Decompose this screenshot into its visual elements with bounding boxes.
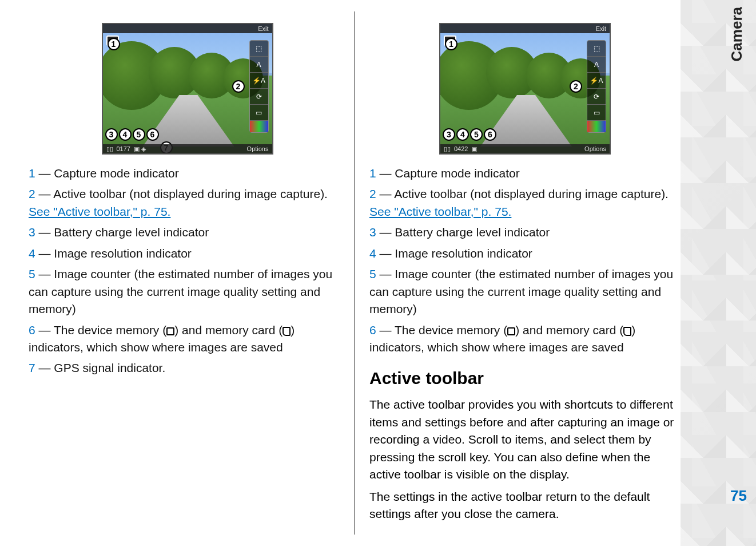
- legend-item: 3 — Battery charge level indicator: [369, 224, 681, 241]
- callout-badge: 1: [108, 38, 120, 50]
- callout-badge: 4: [456, 128, 469, 141]
- legend-item: 4 — Image resolution indicator: [369, 245, 681, 262]
- image-counter: 0177: [117, 145, 130, 152]
- toolbar-item: ⟳: [250, 89, 268, 105]
- legend-item: 4 — Image resolution indicator: [29, 245, 346, 262]
- toolbar-item: ⟳: [587, 89, 606, 105]
- toolbar-item: A: [250, 57, 268, 73]
- callout-badge: 3: [105, 128, 118, 141]
- active-toolbar-link[interactable]: See "Active toolbar," p. 75.: [29, 205, 170, 218]
- image-counter: 0422: [454, 145, 468, 152]
- callout-badge: 6: [484, 128, 496, 141]
- callout-badge: 6: [146, 128, 159, 141]
- active-toolbar: ⬚ A ⚡A ⟳ ▭: [249, 40, 269, 133]
- legend-item: 1 — Capture mode indicator: [29, 165, 346, 182]
- active-toolbar: ⬚ A ⚡A ⟳ ▭: [587, 40, 606, 133]
- memory-card-icon: [623, 327, 631, 336]
- options-label: Options: [247, 145, 269, 152]
- toolbar-item: ▭: [587, 105, 606, 121]
- legend-item: 7 — GPS signal indicator.: [29, 359, 346, 377]
- toolbar-item: ⚡A: [587, 73, 606, 89]
- device-memory-icon: [166, 327, 174, 335]
- legend-item: 1 — Capture mode indicator: [369, 165, 681, 182]
- legend-item: 6 — The device memory () and memory card…: [29, 322, 346, 357]
- manual-page: Exit ⬚ A ⚡A ⟳ ▭ 1 2 3 4 5 6 7 ▯▯0177▣ ◈ …: [0, 0, 681, 546]
- callout-badge: 3: [443, 128, 455, 141]
- toolbar-item: A: [587, 57, 606, 73]
- toolbar-item: ⬚: [587, 41, 606, 57]
- callout-badge: 4: [119, 128, 132, 141]
- screenshot-bottombar: ▯▯0177▣ ◈ Options: [103, 144, 272, 153]
- left-column: Exit ⬚ A ⚡A ⟳ ▭ 1 2 3 4 5 6 7 ▯▯0177▣ ◈ …: [29, 11, 355, 535]
- callout-badge: 5: [470, 128, 483, 141]
- page-number: 75: [730, 487, 747, 505]
- screenshot-topbar: Exit: [440, 24, 610, 33]
- legend-item: 3 — Battery charge level indicator: [29, 224, 346, 241]
- screenshot-bottombar: ▯▯0422▣ Options: [440, 144, 610, 153]
- exit-label: Exit: [258, 25, 268, 32]
- sidebar: Camera 75: [681, 0, 756, 546]
- toolbar-item: [250, 121, 268, 132]
- right-column: Exit ⬚ A ⚡A ⟳ ▭ 1 2 3 4 5 6 ▯▯0422▣ Opti…: [355, 11, 681, 535]
- camera-screenshot-right: Exit ⬚ A ⚡A ⟳ ▭ 1 2 3 4 5 6 ▯▯0422▣ Opti…: [439, 23, 611, 155]
- legend-item: 5 — Image counter (the estimated number …: [369, 266, 681, 318]
- camera-screenshot-left: Exit ⬚ A ⚡A ⟳ ▭ 1 2 3 4 5 6 7 ▯▯0177▣ ◈ …: [102, 23, 273, 155]
- toolbar-item: ⚡A: [250, 73, 268, 89]
- toolbar-item: ⬚: [250, 41, 268, 57]
- legend-item: 5 — Image counter (the estimated number …: [29, 266, 346, 318]
- callout-badge: 2: [570, 80, 582, 93]
- legend-item: 6 — The device memory () and memory card…: [369, 322, 681, 357]
- section-paragraph: The active toolbar provides you with sho…: [369, 396, 681, 483]
- device-memory-icon: [507, 327, 515, 335]
- callout-badge: 5: [133, 128, 145, 141]
- active-toolbar-link[interactable]: See "Active toolbar," p. 75.: [369, 205, 511, 218]
- memory-card-icon: [282, 327, 291, 336]
- section-tab-label: Camera: [728, 7, 746, 61]
- options-label: Options: [584, 145, 606, 152]
- section-paragraph: The settings in the active toolbar retur…: [369, 488, 681, 523]
- exit-label: Exit: [596, 25, 606, 32]
- callout-badge: 2: [232, 80, 245, 93]
- screenshot-topbar: Exit: [103, 24, 272, 33]
- toolbar-item: [587, 121, 606, 132]
- callout-badge: 1: [445, 38, 457, 50]
- toolbar-item: ▭: [250, 105, 268, 121]
- legend-item: 2 — Active toolbar (not displayed during…: [29, 185, 346, 220]
- section-heading: Active toolbar: [369, 369, 681, 388]
- legend-item: 2 — Active toolbar (not displayed during…: [369, 185, 681, 220]
